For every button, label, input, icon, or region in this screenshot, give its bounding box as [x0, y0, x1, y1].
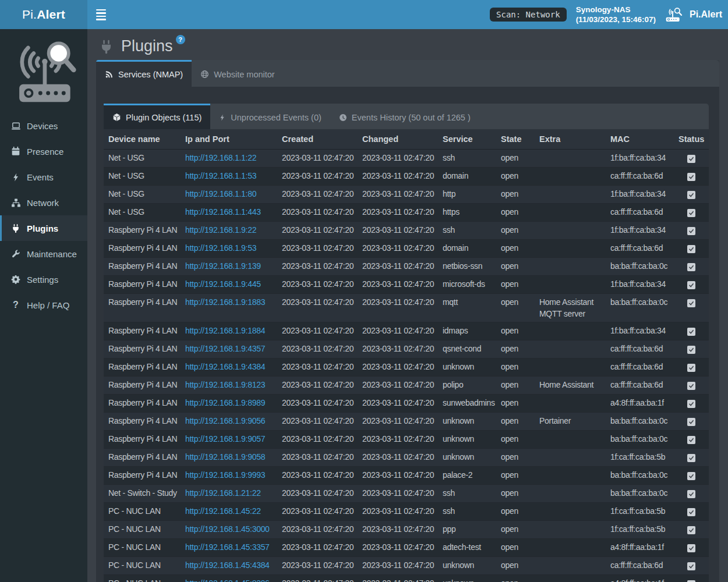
status-checkbox[interactable] — [687, 544, 695, 552]
cell-ip-port: http://192.168.1.9:9057 — [181, 430, 277, 448]
ip-port-link[interactable]: http://192.168.1.45:4384 — [185, 560, 270, 570]
status-checkbox[interactable] — [687, 173, 695, 181]
ip-port-link[interactable]: http://192.168.1.45:22 — [185, 506, 261, 516]
ip-port-link[interactable]: http://192.168.1.1:53 — [185, 171, 256, 180]
cell-ip-port: http://192.168.1.9:53 — [181, 239, 277, 257]
navbar-brand[interactable]: Pi.Alert — [0, 0, 87, 29]
subtab-events-history[interactable]: Events History (50 out of 1265 ) — [330, 104, 479, 129]
tab-website-monitor[interactable]: Website monitor — [192, 60, 284, 87]
sidebar-item-events[interactable]: Events — [0, 164, 87, 190]
ip-port-link[interactable]: http://192.168.1.9:53 — [185, 243, 256, 253]
cell-state: open — [496, 239, 535, 257]
ip-port-link[interactable]: http://192.168.1.9:8989 — [185, 398, 265, 407]
ip-port-link[interactable]: http://192.168.1.1:22 — [185, 153, 256, 162]
table-row: PC - NUC LAN http://192.168.1.45:8396 20… — [104, 574, 709, 582]
help-badge[interactable]: ? — [176, 35, 185, 44]
plugin-objects-table: Device name Ip and Port Created Changed … — [104, 129, 709, 582]
ip-port-link[interactable]: http://192.168.1.9:9056 — [185, 416, 265, 425]
status-checkbox[interactable] — [687, 227, 695, 235]
cell-service: unknown — [438, 448, 496, 466]
ip-port-link[interactable]: http://192.168.1.1:80 — [185, 189, 256, 198]
cell-status — [674, 502, 709, 520]
cell-changed: 2023-03-11 02:47:20 — [358, 556, 438, 574]
cell-state: open — [496, 394, 535, 412]
cell-service: mqtt — [438, 293, 496, 322]
status-checkbox[interactable] — [687, 245, 695, 253]
status-checkbox[interactable] — [687, 191, 695, 199]
sidebar-item-settings[interactable]: Settings — [0, 267, 87, 292]
ip-port-link[interactable]: http://192.168.1.9:8123 — [185, 380, 265, 389]
status-checkbox[interactable] — [687, 472, 695, 480]
ip-port-link[interactable]: http://192.168.1.9:4357 — [185, 344, 265, 353]
cell-extra — [535, 257, 606, 275]
cell-extra — [535, 167, 606, 185]
status-checkbox[interactable] — [687, 382, 695, 390]
status-checkbox[interactable] — [687, 328, 695, 336]
cell-service: netbios-ssn — [438, 257, 496, 275]
box-body: Plugin Objects (115) Unprocessed Events … — [96, 87, 719, 582]
table-row: Raspberry Pi 4 LAN http://192.168.1.9:43… — [104, 358, 709, 376]
status-checkbox[interactable] — [687, 209, 695, 217]
cell-state: open — [496, 293, 535, 322]
status-checkbox[interactable] — [687, 580, 695, 582]
sidebar-item-network[interactable]: Network — [0, 190, 87, 215]
status-checkbox[interactable] — [687, 263, 695, 271]
status-checkbox[interactable] — [687, 418, 695, 426]
ip-port-link[interactable]: http://192.168.1.9:139 — [185, 261, 261, 271]
navbar-app-link[interactable]: Pi.Alert — [665, 7, 722, 23]
sidebar-item-plugins[interactable]: Plugins — [0, 215, 87, 241]
ip-port-link[interactable]: http://192.168.1.45:3357 — [185, 542, 270, 552]
sidebar: Devices Presence Events Network Plugins — [0, 29, 87, 582]
ip-port-link[interactable]: http://192.168.1.9:4384 — [185, 362, 265, 371]
sidebar-item-devices[interactable]: Devices — [0, 113, 87, 139]
cell-device-name: Raspberry Pi 4 LAN — [104, 448, 181, 466]
status-checkbox[interactable] — [687, 155, 695, 163]
cell-state: open — [496, 221, 535, 239]
subtab-plugin-objects[interactable]: Plugin Objects (115) — [104, 104, 210, 129]
sidebar-item-presence[interactable]: Presence — [0, 139, 87, 164]
ip-port-link[interactable]: http://192.168.1.21:22 — [185, 488, 261, 498]
tab-services-nmap[interactable]: Services (NMAP) — [96, 60, 192, 87]
status-checkbox[interactable] — [687, 526, 695, 534]
ip-port-link[interactable]: http://192.168.1.9:22 — [185, 225, 256, 235]
ip-port-link[interactable]: http://192.168.1.9:9057 — [185, 434, 265, 443]
status-checkbox[interactable] — [687, 400, 695, 408]
cell-service: domain — [438, 239, 496, 257]
status-checkbox[interactable] — [687, 436, 695, 444]
cell-device-name: Net - USG — [104, 185, 181, 203]
ip-port-link[interactable]: http://192.168.1.9:9058 — [185, 452, 265, 462]
status-checkbox[interactable] — [687, 454, 695, 462]
cell-ip-port: http://192.168.1.9:8989 — [181, 394, 277, 412]
sidebar-item-help-faq[interactable]: ? Help / FAQ — [0, 292, 87, 318]
cell-ip-port: http://192.168.1.9:4357 — [181, 340, 277, 358]
status-checkbox[interactable] — [687, 364, 695, 372]
ip-port-link[interactable]: http://192.168.1.9:1883 — [185, 297, 265, 307]
status-checkbox[interactable] — [687, 490, 695, 498]
ip-port-link[interactable]: http://192.168.1.9:9993 — [185, 470, 265, 480]
cell-extra — [535, 448, 606, 466]
ip-port-link[interactable]: http://192.168.1.9:445 — [185, 279, 261, 289]
subtab-unprocessed-events[interactable]: Unprocessed Events (0) — [210, 104, 330, 129]
ip-port-link[interactable]: http://192.168.1.45:8396 — [185, 579, 270, 582]
ip-port-link[interactable]: http://192.168.1.9:1884 — [185, 326, 265, 335]
ip-port-link[interactable]: http://192.168.1.1:443 — [185, 207, 261, 217]
status-checkbox[interactable] — [687, 346, 695, 354]
status-checkbox[interactable] — [687, 299, 695, 307]
cell-ip-port: http://192.168.1.1:53 — [181, 167, 277, 185]
sidebar-toggle-button[interactable] — [87, 0, 114, 29]
cell-created: 2023-03-11 02:47:20 — [277, 574, 358, 582]
signal-waves-icon — [105, 70, 114, 79]
cell-status — [674, 239, 709, 257]
status-checkbox[interactable] — [687, 508, 695, 516]
cell-service: palace-2 — [438, 466, 496, 484]
cell-status — [674, 322, 709, 340]
sidebar-item-maintenance[interactable]: Maintenance — [0, 241, 87, 267]
cell-state: open — [496, 358, 535, 376]
wrench-icon — [10, 249, 21, 258]
status-checkbox[interactable] — [687, 562, 695, 570]
cell-state: open — [496, 538, 535, 556]
table-row: Raspberry Pi 4 LAN http://192.168.1.9:22… — [104, 221, 709, 239]
cell-device-name: Raspberry Pi 4 LAN — [104, 221, 181, 239]
ip-port-link[interactable]: http://192.168.1.45:3000 — [185, 524, 270, 534]
status-checkbox[interactable] — [687, 281, 695, 289]
